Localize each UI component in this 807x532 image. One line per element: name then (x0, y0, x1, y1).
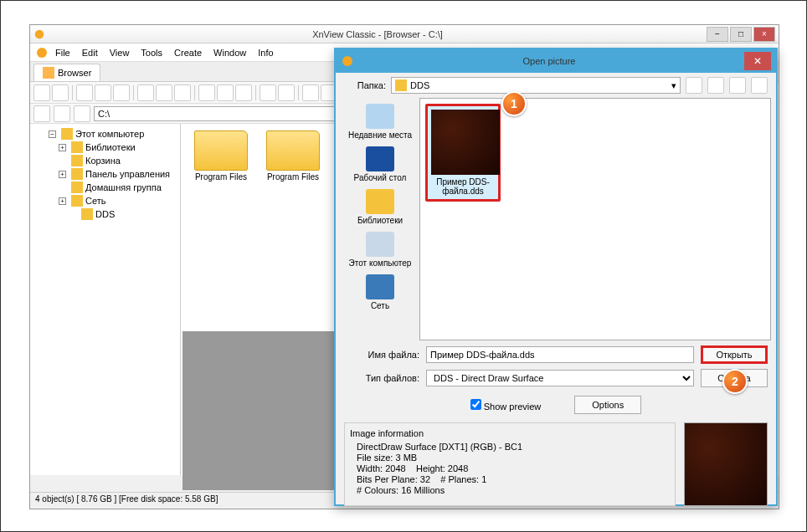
tree-item[interactable]: +Библиотеки (33, 141, 177, 154)
svg-point-2 (342, 56, 352, 66)
folder-icon (43, 67, 54, 79)
folder-icon (71, 141, 83, 153)
open-button[interactable]: Открыть (701, 345, 768, 364)
toolbar-icon[interactable] (33, 84, 50, 101)
expander-icon[interactable]: + (59, 144, 66, 151)
tree-item[interactable]: −Этот компьютер (33, 127, 177, 141)
toolbar-icon[interactable] (76, 84, 93, 101)
folder-icon (81, 208, 93, 220)
titlebar: XnView Classic - [Browser - C:\] − □ × (30, 25, 779, 43)
toolbar-icon[interactable] (95, 84, 111, 101)
folder-icon (71, 155, 83, 166)
toolbar-icon[interactable] (174, 84, 191, 101)
place-icon (366, 146, 394, 171)
maximize-button[interactable]: □ (730, 27, 752, 42)
open-picture-dialog: Open picture ✕ Папка: DDS ▾ Недавние мес… (334, 48, 778, 506)
place-item[interactable]: Рабочий стол (352, 144, 409, 185)
up-button[interactable] (74, 105, 90, 122)
filename-input[interactable] (426, 346, 694, 363)
folder-icon (395, 79, 407, 91)
place-label: Этот компьютер (349, 258, 412, 268)
info-planes: # Planes: 1 (440, 474, 486, 484)
filetype-combo[interactable]: DDS - Direct Draw Surface (426, 370, 694, 386)
dialog-titlebar: Open picture ✕ (336, 49, 776, 73)
back-button[interactable] (33, 105, 50, 122)
file-area[interactable]: Пример DDS-файла.dds (419, 98, 771, 340)
new-folder-icon[interactable] (729, 77, 746, 94)
view-menu-icon[interactable] (751, 77, 768, 94)
folder-tree[interactable]: −Этот компьютер+БиблиотекиКорзина+Панель… (30, 124, 181, 475)
filename-label: Имя файла: (344, 350, 419, 360)
place-label: Рабочий стол (354, 173, 407, 182)
toolbar-icon[interactable] (137, 84, 154, 101)
menu-edit[interactable]: Edit (77, 46, 103, 59)
close-button[interactable]: × (753, 27, 775, 42)
toolbar-icon[interactable] (260, 84, 276, 101)
folder-label: Program Files (260, 172, 326, 182)
toolbar-icon[interactable] (278, 84, 295, 101)
toolbar-icon[interactable] (156, 84, 172, 101)
show-preview-checkbox[interactable]: Show preview (470, 399, 542, 412)
toolbar-icon[interactable] (217, 84, 234, 101)
file-thumbnail (431, 110, 500, 175)
menu-info[interactable]: Info (253, 46, 278, 59)
window-title: XnView Classic - [Browser - C:\] (49, 29, 707, 39)
tree-label: Библиотеки (85, 142, 136, 152)
address-input[interactable] (94, 106, 345, 121)
place-label: Сеть (366, 301, 394, 310)
place-icon (366, 104, 394, 129)
place-label: Недавние места (348, 130, 412, 140)
folder-label: Program Files (188, 172, 254, 182)
expander-icon[interactable]: + (59, 171, 66, 178)
tree-item[interactable]: Корзина (33, 154, 177, 167)
folder-combo[interactable]: DDS ▾ (391, 77, 681, 94)
back-icon[interactable] (686, 77, 702, 94)
svg-point-1 (37, 48, 47, 58)
info-title: Image information (350, 428, 670, 438)
place-icon (366, 189, 394, 214)
tree-item[interactable]: Домашняя группа (33, 181, 177, 194)
menu-view[interactable]: View (105, 46, 135, 59)
place-item[interactable]: Недавние места (346, 101, 414, 142)
tree-label: Панель управления (85, 169, 170, 179)
toolbar-icon[interactable] (113, 84, 130, 101)
place-item[interactable]: Сеть (363, 272, 397, 313)
up-icon[interactable] (707, 77, 724, 94)
folder-name: DDS (410, 80, 429, 90)
file-item-selected[interactable]: Пример DDS-файла.dds (425, 104, 501, 202)
forward-button[interactable] (54, 105, 70, 122)
places-bar: Недавние местаРабочий столБиблиотекиЭтот… (341, 98, 419, 340)
expander-icon[interactable]: − (49, 130, 56, 138)
toolbar-icon[interactable] (52, 84, 69, 101)
callout-2: 2 (722, 369, 748, 394)
folder-icon (71, 195, 83, 207)
minimize-button[interactable]: − (707, 27, 728, 42)
expander-icon[interactable]: + (59, 197, 66, 205)
place-item[interactable]: Этот компьютер (347, 229, 414, 270)
menu-window[interactable]: Window (208, 46, 251, 59)
tree-label: Домашняя группа (85, 182, 162, 192)
options-button[interactable]: Options (574, 396, 641, 414)
menu-file[interactable]: File (50, 46, 75, 59)
tree-item[interactable]: DDS (33, 207, 177, 221)
info-bpp: Bits Per Plane: 32 (357, 474, 430, 484)
place-icon (366, 232, 394, 257)
chevron-down-icon: ▾ (671, 80, 676, 91)
tab-browser[interactable]: Browser (33, 64, 100, 81)
tree-label: Этот компьютер (75, 129, 144, 139)
tree-item[interactable]: +Панель управления (33, 167, 177, 181)
menu-tools[interactable]: Tools (136, 46, 167, 59)
tree-label: Сеть (85, 196, 105, 206)
app-icon (33, 28, 45, 40)
place-item[interactable]: Библиотеки (355, 187, 405, 228)
image-info-box: Image information DirectDraw Surface [DX… (344, 422, 676, 506)
folder-item[interactable]: Program Files (260, 130, 326, 182)
folder-item[interactable]: Program Files (188, 130, 254, 182)
dialog-close-button[interactable]: ✕ (744, 52, 771, 70)
menu-create[interactable]: Create (169, 46, 207, 59)
toolbar-icon[interactable] (198, 84, 215, 101)
tree-item[interactable]: +Сеть (33, 194, 177, 207)
toolbar-icon[interactable] (235, 84, 252, 101)
toolbar-icon[interactable] (302, 84, 319, 101)
app-icon (341, 54, 354, 68)
